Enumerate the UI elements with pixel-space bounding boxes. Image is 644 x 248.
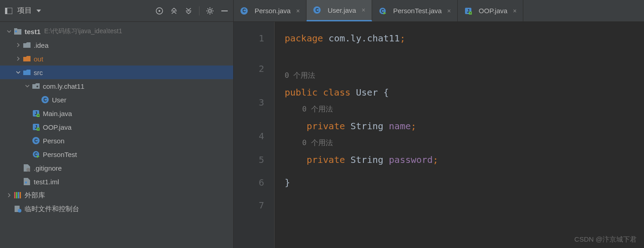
code-line-2	[285, 47, 644, 70]
target-icon[interactable]	[155, 7, 164, 15]
line-number[interactable]: 1	[234, 29, 264, 47]
line-number[interactable]: 3	[234, 81, 264, 115]
keyword: class	[317, 86, 350, 99]
minimize-icon[interactable]	[220, 7, 229, 15]
tree-spacer	[24, 137, 31, 144]
tree-spacer	[15, 178, 22, 185]
hint-text: 0 个用法	[302, 104, 333, 115]
chevron-right-icon	[15, 41, 22, 49]
java-class-icon: J	[32, 109, 40, 117]
tab-label: PersonTest.java	[393, 7, 442, 15]
tree-spacer	[24, 123, 31, 131]
tree-scratches[interactable]: 临时文件和控制台	[0, 202, 233, 216]
close-icon[interactable]: ×	[513, 7, 516, 15]
svg-rect-25	[20, 192, 21, 198]
library-icon	[14, 191, 22, 199]
code-content[interactable]: package com.ly.chat11; 0 个用法 public clas…	[275, 22, 644, 248]
usage-hint[interactable]: 0 个用法	[285, 137, 644, 148]
line-number[interactable]: 6	[234, 171, 264, 194]
tree-file-user[interactable]: C User	[0, 93, 233, 106]
brace: }	[285, 176, 290, 189]
line-number[interactable]: 4	[234, 115, 264, 148]
tab-label: Person.java	[255, 7, 291, 15]
toolbar-divider	[199, 6, 199, 15]
tab-person[interactable]: C Person.java ×	[234, 0, 307, 21]
svg-rect-9	[14, 28, 17, 30]
tree-root[interactable]: test1 E:\代码练习\java_idea\test1	[0, 25, 233, 38]
close-icon[interactable]: ×	[296, 7, 300, 15]
class-icon: C	[32, 137, 40, 145]
iml-icon	[23, 177, 31, 186]
line-number[interactable]: 2	[234, 47, 264, 81]
svg-rect-23	[16, 192, 17, 198]
tab-user[interactable]: C User.java ×	[307, 0, 372, 21]
type: String	[345, 153, 388, 167]
tree-folder-idea[interactable]: .idea	[0, 38, 233, 52]
tree-file-gitignore[interactable]: .gitignore	[0, 161, 233, 175]
brace: {	[383, 86, 389, 99]
line-number[interactable]: 7	[234, 194, 264, 217]
folder-icon	[23, 41, 31, 49]
svg-point-11	[36, 86, 38, 87]
class-icon: C	[41, 96, 49, 104]
tab-oop[interactable]: J OOP.java ×	[458, 0, 523, 21]
tree-file-oop[interactable]: J OOP.java	[0, 120, 233, 134]
gear-icon[interactable]	[206, 7, 214, 15]
keyword: private	[307, 153, 345, 167]
svg-rect-1	[5, 8, 7, 14]
chevron-down-icon	[15, 69, 22, 76]
tree-label: Person	[43, 137, 65, 145]
line-number[interactable]: 5	[234, 148, 264, 171]
dropdown-icon[interactable]	[35, 7, 43, 15]
tree-file-person[interactable]: C Person	[0, 134, 233, 147]
line-gutter: 1 2 3 4 5 6 7	[234, 22, 275, 248]
test-class-icon: C	[32, 150, 40, 158]
svg-point-6	[209, 10, 211, 12]
svg-rect-24	[18, 192, 19, 198]
semicolon: ;	[411, 119, 416, 133]
semicolon: ;	[433, 153, 438, 167]
tree-external-libs[interactable]: 外部库	[0, 188, 233, 202]
tree-label: User	[52, 96, 66, 104]
tree-file-iml[interactable]: test1.iml	[0, 175, 233, 188]
tree-folder-src[interactable]: src	[0, 66, 233, 79]
chevron-right-icon	[5, 192, 13, 199]
collapse-all-icon[interactable]	[184, 7, 193, 15]
indent	[285, 137, 302, 148]
tree-label: .gitignore	[34, 164, 62, 172]
file-icon	[23, 164, 31, 172]
usage-hint[interactable]: 0 个用法	[285, 70, 644, 81]
tab-persontest[interactable]: C PersonTest.java ×	[372, 0, 458, 21]
project-view-icon[interactable]	[5, 7, 13, 15]
close-icon[interactable]: ×	[447, 7, 451, 15]
tree-spacer	[24, 151, 31, 158]
code-line-7	[285, 194, 644, 217]
class-icon: C	[313, 6, 321, 14]
tree-package[interactable]: com.ly.chat11	[0, 79, 233, 93]
test-class-icon: C	[378, 7, 387, 15]
keyword: package	[285, 31, 323, 45]
project-sidebar: 项目 test1 E:	[0, 0, 234, 248]
expand-all-icon[interactable]	[170, 7, 178, 15]
scratch-icon	[14, 205, 22, 213]
editor-tabs: C Person.java × C User.java × C PersonTe…	[234, 0, 644, 22]
code-line-3: public class User {	[285, 81, 644, 104]
svg-point-27	[18, 209, 21, 213]
usage-hint[interactable]: 0 个用法	[285, 104, 644, 115]
code-line-5: private String password;	[285, 148, 644, 171]
code-line-6: }	[285, 171, 644, 194]
tree-label: OOP.java	[43, 123, 72, 131]
editor-area: C Person.java × C User.java × C PersonTe…	[234, 0, 644, 248]
sidebar-header: 项目	[0, 0, 233, 22]
tree-file-main[interactable]: J Main.java	[0, 106, 233, 120]
close-icon[interactable]: ×	[362, 6, 365, 14]
tree-folder-out[interactable]: out	[0, 52, 233, 66]
package-icon	[32, 82, 40, 90]
tree-path: E:\代码练习\java_idea\test1	[44, 27, 122, 35]
tree-spacer	[33, 96, 40, 103]
svg-point-20	[26, 168, 30, 172]
chevron-down-icon	[5, 28, 13, 35]
indent	[285, 104, 302, 115]
tree-label: test1	[25, 28, 41, 35]
tree-file-persontest[interactable]: C PersonTest	[0, 147, 233, 161]
